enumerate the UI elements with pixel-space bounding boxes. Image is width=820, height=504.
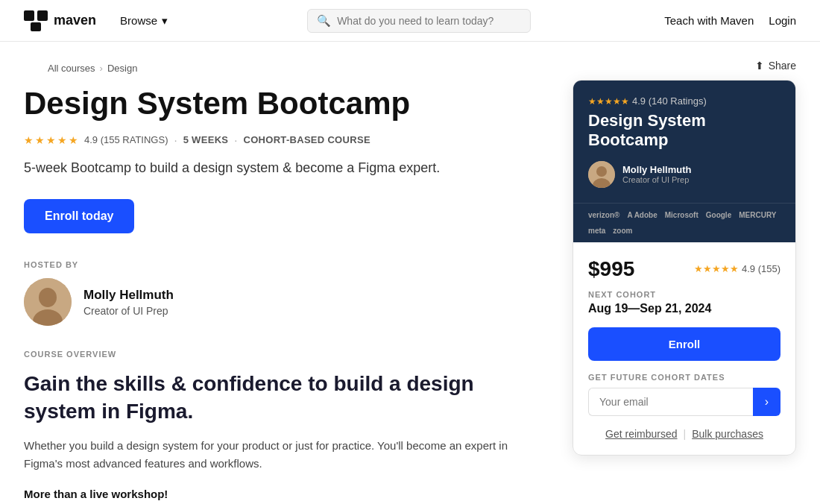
logo-icon xyxy=(24,10,48,31)
host-info: Molly Hellmuth Creator of UI Prep xyxy=(83,288,174,317)
host-name: Molly Hellmuth xyxy=(83,288,174,303)
course-type-tag: COHORT-BASED COURSE xyxy=(243,134,370,145)
overview-description: Whether you build a design system for yo… xyxy=(24,437,537,473)
search-icon: 🔍 xyxy=(317,14,331,28)
login-link[interactable]: Login xyxy=(769,14,796,27)
card-links: Get reimbursed | Bulk purchases xyxy=(588,428,780,440)
card-host-row: Molly Hellmuth Creator of UI Prep xyxy=(588,161,780,188)
company-logo-adobe: A Adobe xyxy=(627,211,657,219)
search-bar[interactable]: 🔍 xyxy=(307,9,531,33)
avatar-image xyxy=(24,278,72,326)
logo-text: maven xyxy=(54,13,96,28)
share-label: Share xyxy=(769,60,796,72)
rating-value: 4.9 (155 RATINGS) xyxy=(84,134,168,145)
link-separator: | xyxy=(684,428,687,440)
svg-point-7 xyxy=(596,166,607,177)
breadcrumb-share-row: All courses › Design ⬆ Share xyxy=(0,42,820,80)
card-hero-rating-value: 4.9 (140 Ratings) xyxy=(632,95,707,107)
get-reimbursed-link[interactable]: Get reimbursed xyxy=(605,428,677,440)
card-title: Design System Bootcamp xyxy=(588,111,780,151)
card-body: $995 ★★★★★ 4.9 (155) NEXT COHORT Aug 19—… xyxy=(573,242,795,455)
host-avatar xyxy=(24,278,72,326)
email-submit-button[interactable]: › xyxy=(753,388,780,416)
company-logo-meta: meta xyxy=(588,227,605,235)
card-host-role: Creator of UI Prep xyxy=(622,175,691,184)
dot-separator-2: · xyxy=(234,133,237,146)
svg-point-4 xyxy=(39,288,57,307)
card-hero-rating: ★★★★★ 4.9 (140 Ratings) xyxy=(588,95,780,107)
card-hero: ★★★★★ 4.9 (140 Ratings) Design System Bo… xyxy=(573,81,795,203)
card-stars: ★★★★★ 4.9 (155) xyxy=(694,263,780,274)
host-role: Creator of UI Prep xyxy=(83,305,174,317)
nav-right: Teach with Maven Login xyxy=(664,14,796,27)
card-host-name: Molly Hellmuth xyxy=(622,164,691,175)
svg-rect-1 xyxy=(37,10,48,21)
card-avatar xyxy=(588,161,615,188)
content-area: Design System Bootcamp ★ ★ ★ ★ ★ 4.9 (15… xyxy=(24,80,537,504)
ratings-row: ★ ★ ★ ★ ★ 4.9 (155 RATINGS) · 5 WEEKS · … xyxy=(24,133,537,146)
course-card: ★★★★★ 4.9 (140 Ratings) Design System Bo… xyxy=(573,80,796,456)
company-logos: verizon® A Adobe Microsoft Google MERCUR… xyxy=(573,203,795,242)
overview-label: COURSE OVERVIEW xyxy=(24,350,537,359)
card-hero-stars: ★★★★★ xyxy=(588,96,629,107)
course-overview-section: COURSE OVERVIEW Gain the skills & confid… xyxy=(24,350,537,504)
company-logo-zoom: zoom xyxy=(613,227,632,235)
page-title: Design System Bootcamp xyxy=(24,86,537,122)
breadcrumb-all-courses[interactable]: All courses xyxy=(48,63,95,74)
email-input[interactable] xyxy=(588,388,753,416)
star-rating: ★ ★ ★ ★ ★ xyxy=(24,134,78,146)
nav-left: maven Browse ▾ xyxy=(24,10,174,31)
share-button[interactable]: ⬆ Share xyxy=(755,60,796,72)
overview-title: Gain the skills & confidence to build a … xyxy=(24,371,537,425)
price: $995 xyxy=(588,257,634,281)
browse-button[interactable]: Browse ▾ xyxy=(114,11,174,31)
dot-separator-1: · xyxy=(174,133,177,146)
cohort-dates: Aug 19—Sep 21, 2024 xyxy=(588,302,780,315)
card-enroll-button[interactable]: Enroll xyxy=(588,327,780,361)
enroll-today-button[interactable]: Enroll today xyxy=(24,199,134,233)
navbar: maven Browse ▾ 🔍 Teach with Maven Login xyxy=(0,0,820,42)
svg-rect-0 xyxy=(24,10,34,21)
breadcrumb: All courses › Design xyxy=(24,51,161,80)
logo[interactable]: maven xyxy=(24,10,96,31)
next-cohort-label: NEXT COHORT xyxy=(588,290,780,299)
future-cohort-label: GET FUTURE COHORT DATES xyxy=(588,373,780,382)
chevron-down-icon: ▾ xyxy=(162,14,168,28)
hero-subtitle: 5-week Bootcamp to build a design system… xyxy=(24,158,537,178)
company-logo-verizon: verizon® xyxy=(588,211,619,219)
share-icon: ⬆ xyxy=(755,60,764,72)
email-row: › xyxy=(588,388,780,416)
teach-maven-link[interactable]: Teach with Maven xyxy=(664,14,754,27)
bulk-purchases-link[interactable]: Bulk purchases xyxy=(692,428,763,440)
hosted-by-label: HOSTED BY xyxy=(24,260,537,269)
host-row: Molly Hellmuth Creator of UI Prep xyxy=(24,278,537,326)
duration-tag: 5 WEEKS xyxy=(183,134,229,145)
breadcrumb-current: Design xyxy=(107,63,137,74)
card-host-info: Molly Hellmuth Creator of UI Prep xyxy=(622,164,691,184)
company-logo-microsoft: Microsoft xyxy=(665,211,698,219)
card-rating-text: 4.9 (155) xyxy=(742,263,780,274)
breadcrumb-separator: › xyxy=(100,63,103,74)
sidebar: ★★★★★ 4.9 (140 Ratings) Design System Bo… xyxy=(573,80,796,504)
company-logo-mercury: MERCURY xyxy=(739,211,776,219)
search-input[interactable] xyxy=(337,15,521,27)
browse-label: Browse xyxy=(120,14,157,27)
workshop-title: More than a live workshop! xyxy=(24,488,537,500)
price-row: $995 ★★★★★ 4.9 (155) xyxy=(588,257,780,281)
svg-rect-2 xyxy=(31,22,41,31)
company-logo-google: Google xyxy=(706,211,731,219)
hosted-by-section: HOSTED BY Molly Hellmuth Creator of UI P… xyxy=(24,260,537,326)
main-layout: Design System Bootcamp ★ ★ ★ ★ ★ 4.9 (15… xyxy=(0,80,820,504)
